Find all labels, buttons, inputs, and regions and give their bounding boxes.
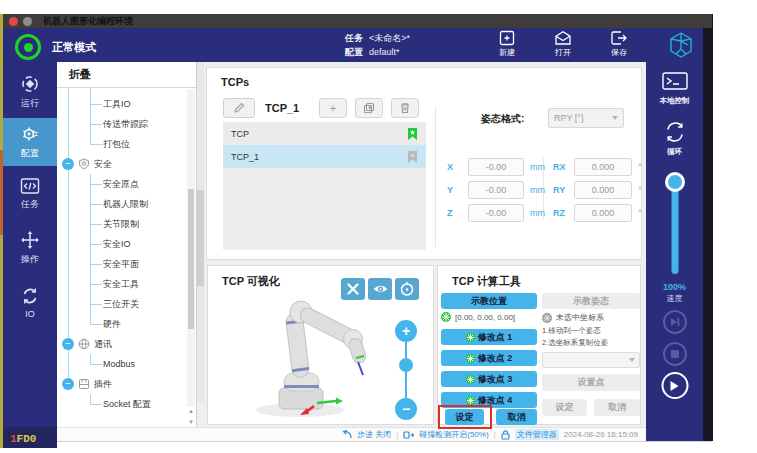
modify-point-2-button[interactable]: 修改点 2	[441, 350, 537, 366]
cancel-button-2[interactable]: 取消	[594, 399, 640, 416]
axis-label: X	[447, 162, 462, 172]
tree-scrollbar[interactable]	[187, 89, 195, 407]
rx-field[interactable]: 0.000	[574, 158, 632, 176]
mode-status-icon	[15, 34, 41, 60]
tree-header[interactable]: 折叠	[57, 62, 196, 88]
dial-button[interactable]	[395, 278, 419, 300]
tree-item[interactable]: 硬件	[57, 314, 196, 334]
zoom-slider-handle[interactable]	[399, 358, 413, 372]
tree-group-comm[interactable]: − 通讯	[57, 334, 196, 354]
stop-icon	[671, 350, 679, 358]
tree-scroll-arrows[interactable]: ▲▼	[187, 408, 195, 425]
collision-label[interactable]: 碰撞检测开启(50%)	[419, 429, 488, 440]
loop-button[interactable]: 循环	[646, 120, 703, 157]
speed-slider-handle[interactable]	[665, 172, 685, 192]
sidebar-item-label: 操作	[21, 253, 39, 266]
y-field[interactable]: -0.00	[468, 181, 524, 199]
edit-name-button[interactable]	[223, 98, 255, 118]
tcp-list-item-selected[interactable]: TCP_1	[223, 145, 426, 168]
set-button-2[interactable]: 设定	[542, 399, 587, 416]
set-point-button[interactable]: 设置点	[542, 374, 640, 391]
save-icon	[610, 30, 628, 46]
io-loop-icon	[20, 286, 40, 306]
sidebar-item-config[interactable]: 配置	[3, 118, 57, 166]
tree-item[interactable]: Modbus	[57, 354, 196, 374]
hint-line-1: 1.移动到一个姿态	[542, 326, 601, 336]
step-mode-icon	[342, 430, 352, 439]
tree-item[interactable]: 安全原点	[57, 174, 196, 194]
tcp-list-item[interactable]: TCP	[223, 122, 426, 145]
zoom-in-button[interactable]: +	[395, 320, 417, 342]
axis-label: RX	[553, 162, 568, 172]
modify-point-3-button[interactable]: 修改点 3	[441, 371, 537, 387]
zoom-out-button[interactable]: −	[395, 398, 417, 420]
content-scrollbar[interactable]	[197, 62, 204, 402]
teach-pose-button[interactable]: 示教姿态	[542, 293, 640, 309]
tree-item[interactable]: Socket 配置	[57, 394, 196, 414]
point-set-icon	[466, 396, 475, 405]
sidebar-item-task[interactable]: 任务	[3, 170, 57, 218]
file-manager-label[interactable]: 文件管理器	[515, 429, 559, 440]
delete-tcp-button[interactable]	[391, 98, 419, 118]
config-label: 配置	[345, 47, 363, 57]
speed-slider-track[interactable]	[671, 184, 678, 274]
collapse-icon[interactable]: −	[62, 378, 74, 390]
modify-point-1-button[interactable]: 修改点 1	[441, 329, 537, 345]
step-button[interactable]	[663, 310, 687, 334]
bookmark-active-icon[interactable]	[407, 127, 418, 141]
tree-item[interactable]: 关节限制	[57, 214, 196, 234]
axis-label: RZ	[553, 208, 568, 218]
tree-item[interactable]: 安全工具	[57, 274, 196, 294]
dial-icon	[399, 281, 415, 297]
frame-select[interactable]	[542, 352, 640, 368]
loop-icon	[663, 120, 687, 144]
tree-group-safety[interactable]: − 安全	[57, 154, 196, 174]
code-icon	[20, 177, 40, 195]
ry-field[interactable]: 0.000	[574, 181, 632, 199]
close-icon[interactable]	[9, 17, 18, 26]
play-button[interactable]	[661, 372, 688, 399]
hex-text: 1FD0	[10, 433, 36, 445]
desktop-hex-overlay: 1FD0	[3, 427, 57, 448]
add-tcp-button[interactable]: +	[319, 98, 347, 118]
open-button[interactable]: 打开	[546, 30, 580, 58]
bookmark-inactive-icon[interactable]	[407, 150, 418, 164]
separator: |	[396, 430, 398, 439]
sidebar-item-operate[interactable]: 操作	[3, 224, 57, 272]
new-button[interactable]: 新建	[490, 30, 524, 58]
tree-item[interactable]: 传送带跟踪	[57, 114, 196, 134]
save-label: 保存	[611, 47, 627, 58]
tree-item[interactable]: 机器人限制	[57, 194, 196, 214]
tcps-title: TCPs	[207, 68, 641, 88]
sidebar-item-run[interactable]: 运行	[3, 68, 57, 116]
sidebar-item-io[interactable]: IO	[3, 278, 57, 326]
axis-label: Y	[447, 185, 462, 195]
tcp-name-value: TCP_1	[265, 102, 299, 114]
sidebar-item-label: 配置	[21, 147, 39, 160]
save-button[interactable]: 保存	[602, 30, 636, 58]
x-field[interactable]: -0.00	[468, 158, 524, 176]
collapse-icon[interactable]: −	[62, 338, 74, 350]
tree-group-plugin[interactable]: − 插件	[57, 374, 196, 394]
robot-3d-view[interactable]	[222, 286, 382, 422]
move-arrows-icon	[20, 230, 40, 250]
tree-item[interactable]: 安全平面	[57, 254, 196, 274]
tree-item[interactable]: 三位开关	[57, 294, 196, 314]
tree-item[interactable]: 工具IO	[57, 94, 196, 114]
task-config-block: 任务<未命名>* 配置default*	[345, 31, 410, 59]
chevron-down-icon	[612, 116, 618, 120]
z-field[interactable]: -0.00	[468, 204, 524, 222]
teach-position-button[interactable]: 示教位置	[441, 293, 537, 309]
stop-button[interactable]	[663, 342, 687, 366]
local-control-button[interactable]: 本地控制	[646, 72, 703, 106]
pose-format-select[interactable]: RPY [°]	[548, 108, 624, 128]
tree-item[interactable]: 打包位	[57, 134, 196, 154]
rz-field[interactable]: 0.000	[574, 204, 632, 222]
step-mode-label[interactable]: 步进 关闭	[357, 429, 391, 440]
copy-tcp-button[interactable]	[355, 98, 383, 118]
cancel-button[interactable]: 取消	[496, 409, 537, 425]
collapse-icon[interactable]: −	[62, 158, 74, 170]
step-icon	[670, 317, 680, 327]
minimize-icon[interactable]	[23, 17, 32, 26]
tree-item[interactable]: 安全IO	[57, 234, 196, 254]
